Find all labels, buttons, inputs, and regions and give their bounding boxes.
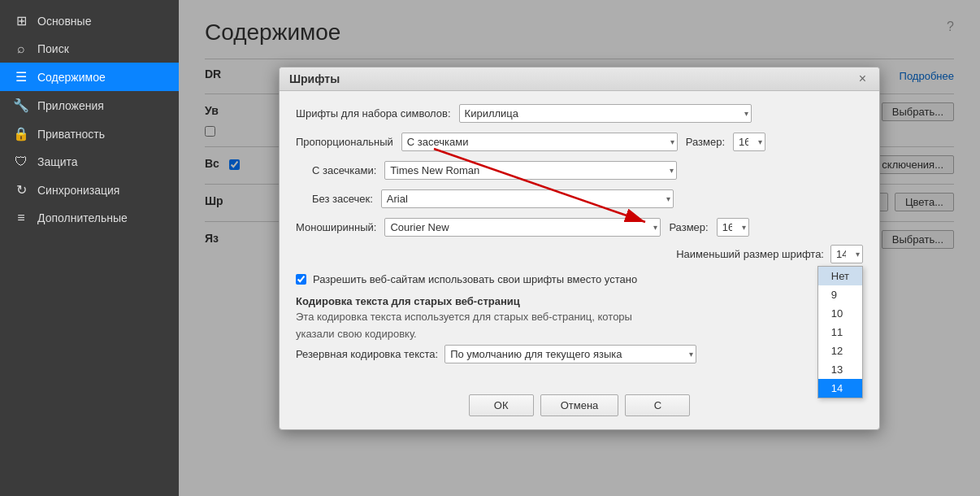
coding-label: Резервная кодировка текста: xyxy=(296,348,438,360)
sans-label: Без засечек: xyxy=(312,193,373,205)
cancel-button[interactable]: Отмена xyxy=(540,394,619,416)
sidebar-item-content[interactable]: ☰ Содержимое xyxy=(0,63,179,91)
sync-icon: ↻ xyxy=(13,182,29,198)
coding-select[interactable]: По умолчанию для текущего языка xyxy=(444,345,696,363)
dropdown-item-net[interactable]: Нет xyxy=(818,267,862,285)
allow-sites-text: Разрешить веб-сайтам использовать свои ш… xyxy=(313,273,637,285)
sidebar-item-label: Поиск xyxy=(37,42,69,55)
coding-title: Кодировка текста для старых веб-страниц xyxy=(296,295,863,307)
sans-select[interactable]: Arial xyxy=(381,189,674,208)
proportional-select-wrapper: С засечками xyxy=(401,133,678,151)
sidebar-item-label: Основные xyxy=(37,15,91,28)
charset-select-wrapper: Кириллица xyxy=(459,104,752,123)
sidebar-item-poisk[interactable]: ⌕ Поиск xyxy=(0,35,179,63)
serif-label: С засечками: xyxy=(312,164,376,176)
modal-close-button[interactable]: × xyxy=(856,72,869,85)
modal-header: Шрифты × xyxy=(280,67,879,91)
allow-sites-row: Разрешить веб-сайтам использовать свои ш… xyxy=(296,273,863,285)
sidebar-item-osnov[interactable]: ⊞ Основные xyxy=(0,7,179,35)
sidebar-item-apps[interactable]: 🔧 Приложения xyxy=(0,91,179,120)
fonts-modal: Шрифты × Шрифты для набора символов: Кир… xyxy=(279,67,880,430)
prop-size-label: Размер: xyxy=(686,136,725,148)
sans-select-wrapper: Arial xyxy=(381,189,674,208)
modal-title: Шрифты xyxy=(289,72,340,85)
content-icon: ☰ xyxy=(13,69,29,85)
prop-size-wrapper: 16 xyxy=(733,133,765,151)
sans-row: Без засечек: Arial xyxy=(296,189,863,208)
sidebar-item-label: Дополнительные xyxy=(37,211,128,224)
sidebar-item-label: Содержимое xyxy=(37,71,106,84)
sidebar-item-privacy[interactable]: 🔒 Приватность xyxy=(0,120,179,148)
coding-select-wrapper: По умолчанию для текущего языка xyxy=(444,345,696,363)
mono-size-wrapper: 16 xyxy=(717,218,749,237)
coding-text2: указали свою кодировку. xyxy=(296,328,863,340)
mono-size-select[interactable]: 16 xyxy=(717,218,749,237)
sidebar-item-sync[interactable]: ↻ Синхронизация xyxy=(0,176,179,204)
extra-icon: ≡ xyxy=(13,211,29,225)
apps-icon: 🔧 xyxy=(13,98,29,113)
mono-select-wrapper: Courier New xyxy=(384,218,661,237)
dropdown-item-12[interactable]: 12 xyxy=(818,342,862,360)
sidebar-item-extra[interactable]: ≡ Дополнительные xyxy=(0,204,179,232)
coding-row: Резервная кодировка текста: По умолчанию… xyxy=(296,345,863,363)
charset-label: Шрифты для набора символов: xyxy=(296,107,451,120)
min-size-wrapper: 14 Нет 9 10 11 12 13 14 xyxy=(830,245,863,263)
serif-row: С засечками: Times New Roman xyxy=(296,161,863,180)
dropdown-item-10[interactable]: 10 xyxy=(818,304,862,323)
osnov-icon: ⊞ xyxy=(13,13,29,28)
proportional-label: Пропорциональный xyxy=(296,136,393,148)
ok-button[interactable]: ОК xyxy=(469,394,534,416)
mono-label: Моноширинный: xyxy=(296,221,376,233)
serif-select-wrapper: Times New Roman xyxy=(384,161,677,180)
dropdown-item-11[interactable]: 11 xyxy=(818,323,862,342)
allow-sites-checkbox[interactable] xyxy=(296,274,306,285)
sidebar-item-protect[interactable]: 🛡 Защита xyxy=(0,148,179,176)
proportional-size-select[interactable]: 16 xyxy=(733,133,765,151)
coding-text1: Эта кодировка текста используется для ст… xyxy=(296,311,863,323)
charset-row: Шрифты для набора символов: Кириллица xyxy=(296,104,863,123)
sidebar-item-label: Приватность xyxy=(37,128,105,141)
protect-icon: 🛡 xyxy=(13,154,29,169)
search-icon: ⌕ xyxy=(13,41,29,56)
min-size-label: Наименьший размер шрифта: xyxy=(676,248,824,260)
charset-select[interactable]: Кириллица xyxy=(459,104,752,123)
mono-row: Моноширинный: Courier New Размер: 16 xyxy=(296,218,863,237)
serif-select[interactable]: Times New Roman xyxy=(384,161,677,180)
coding-section: Кодировка текста для старых веб-страниц … xyxy=(296,295,863,363)
sidebar-item-label: Защита xyxy=(37,155,78,168)
main-content: Содержимое ? DR Подробнее Ув Выбрать... … xyxy=(179,0,980,496)
sidebar: ⊞ Основные ⌕ Поиск ☰ Содержимое 🔧 Прилож… xyxy=(0,0,179,496)
modal-body: Шрифты для набора символов: Кириллица Пр… xyxy=(280,91,879,386)
privacy-icon: 🔒 xyxy=(13,126,29,141)
proportional-row: Пропорциональный С засечками Размер: 16 xyxy=(296,133,863,151)
mono-size-label: Размер: xyxy=(669,221,708,233)
modal-footer: ОК Отмена С xyxy=(280,386,879,429)
dropdown-item-14[interactable]: 14 xyxy=(818,379,862,398)
sidebar-item-label: Приложения xyxy=(37,99,104,112)
proportional-select[interactable]: С засечками xyxy=(401,133,678,151)
mono-and-minsize-container: Моноширинный: Courier New Размер: 16 xyxy=(296,218,863,263)
min-size-dropdown: Нет 9 10 11 12 13 14 xyxy=(817,266,863,398)
modal-overlay: Шрифты × Шрифты для набора символов: Кир… xyxy=(179,0,980,496)
extra-button[interactable]: С xyxy=(625,394,690,416)
dropdown-item-9[interactable]: 9 xyxy=(818,285,862,304)
min-size-row: Наименьший размер шрифта: 14 Нет 9 10 11 xyxy=(296,245,863,263)
dropdown-item-13[interactable]: 13 xyxy=(818,360,862,379)
sidebar-item-label: Синхронизация xyxy=(37,184,119,197)
mono-select[interactable]: Courier New xyxy=(384,218,661,237)
min-size-select[interactable]: 14 xyxy=(830,245,863,263)
